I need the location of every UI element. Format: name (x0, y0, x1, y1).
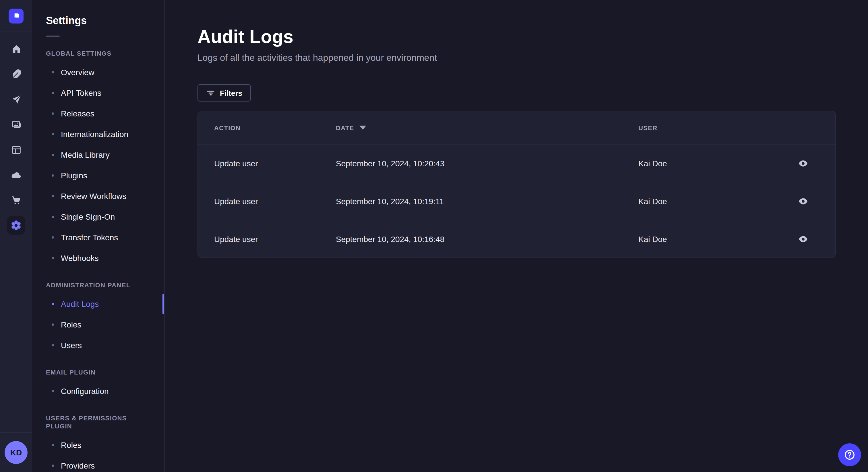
cell-action: Update user (214, 195, 336, 207)
subnav-item-releases[interactable]: Releases (32, 103, 164, 124)
bullet-icon (52, 257, 54, 259)
filters-button-label: Filters (220, 89, 242, 97)
subnav-item-media-library[interactable]: Media Library (32, 144, 164, 165)
help-button[interactable] (838, 443, 861, 466)
table-row[interactable]: Update user September 10, 2024, 10:16:48… (198, 220, 835, 258)
column-header-date-label: Date (336, 124, 354, 131)
subnav-item-configuration[interactable]: Configuration (32, 381, 164, 401)
rail-icon-list (7, 32, 25, 432)
strapi-logo-icon[interactable] (9, 8, 24, 23)
audit-logs-table: Action Date User Update user September 1… (197, 111, 836, 258)
subnav-item-label: Plugins (61, 170, 87, 181)
send-icon[interactable] (7, 90, 25, 108)
active-indicator (162, 294, 164, 314)
table-header-row: Action Date User (198, 111, 835, 144)
subnav-item-label: Roles (61, 439, 82, 451)
cell-date: September 10, 2024, 10:19:11 (336, 195, 639, 207)
filter-icon (206, 88, 215, 98)
subnav-item-label: Single Sign-On (61, 211, 115, 223)
bullet-icon (52, 216, 54, 218)
cell-user: Kai Doe (639, 233, 787, 245)
cell-date: September 10, 2024, 10:20:43 (336, 158, 639, 169)
cloud-icon[interactable] (7, 166, 25, 184)
logo-box (0, 0, 32, 32)
user-avatar[interactable]: KD (5, 441, 28, 464)
table-row[interactable]: Update user September 10, 2024, 10:19:11… (198, 182, 835, 220)
section-label: Email Plugin (32, 368, 164, 376)
subnav-item-label: Review Workflows (61, 191, 126, 202)
section-global-settings: Global Settings Overview API Tokens Rele… (32, 49, 164, 268)
table-row[interactable]: Update user September 10, 2024, 10:20:43… (198, 144, 835, 182)
subnav-item-webhooks[interactable]: Webhooks (32, 248, 164, 268)
subnav-item-label: Transfer Tokens (61, 232, 118, 243)
subnav-item-internationalization[interactable]: Internationalization (32, 124, 164, 144)
subnav-item-transfer-tokens[interactable]: Transfer Tokens (32, 227, 164, 248)
cell-date: September 10, 2024, 10:16:48 (336, 233, 639, 245)
settings-subnav: Settings Global Settings Overview API To… (32, 0, 165, 472)
section-label: Users & Permissions plugin (32, 414, 164, 430)
subnav-item-label: Webhooks (61, 252, 99, 264)
cell-user: Kai Doe (639, 195, 787, 207)
page-title: Audit Logs (197, 25, 836, 48)
subnav-item-single-sign-on[interactable]: Single Sign-On (32, 206, 164, 227)
filters-button[interactable]: Filters (197, 84, 251, 102)
view-details-button[interactable] (794, 154, 812, 172)
subnav-item-label: Users (61, 339, 82, 351)
settings-gear-icon[interactable] (7, 216, 25, 235)
app-window: KD Settings Global Settings Overview API… (0, 0, 868, 472)
bullet-icon (52, 92, 54, 94)
bullet-icon (52, 390, 54, 392)
eye-icon (798, 196, 808, 206)
bullet-icon (52, 195, 54, 197)
subnav-item-label: Providers (61, 460, 95, 471)
subnav-item-label: Roles (61, 319, 82, 330)
home-icon[interactable] (7, 40, 25, 58)
layout-icon[interactable] (7, 140, 25, 159)
images-icon[interactable] (7, 115, 25, 134)
view-details-button[interactable] (794, 192, 812, 210)
bullet-icon (52, 154, 54, 156)
subnav-item-review-workflows[interactable]: Review Workflows (32, 186, 164, 206)
bullet-icon (52, 324, 54, 326)
subnav-item-api-tokens[interactable]: API Tokens (32, 82, 164, 103)
subnav-divider (46, 36, 60, 37)
subnav-item-providers[interactable]: Providers (32, 456, 164, 472)
bullet-icon (52, 465, 54, 467)
subnav-item-label: API Tokens (61, 87, 101, 99)
subnav-item-label: Internationalization (61, 129, 128, 140)
bullet-icon (52, 133, 54, 135)
eye-icon (798, 158, 808, 168)
subnav-item-overview[interactable]: Overview (32, 62, 164, 82)
feather-icon[interactable] (7, 65, 25, 83)
subnav-item-label: Audit Logs (61, 298, 99, 310)
subnav-item-audit-logs[interactable]: Audit Logs (32, 294, 164, 314)
subnav-item-users[interactable]: Users (32, 335, 164, 356)
bullet-icon (52, 112, 54, 115)
subnav-item-label: Releases (61, 108, 94, 119)
eye-icon (798, 234, 808, 244)
cell-action: Update user (214, 158, 336, 169)
sort-desc-icon (360, 126, 366, 130)
section-label: Global Settings (32, 49, 164, 57)
cell-user: Kai Doe (639, 158, 787, 169)
bullet-icon (52, 236, 54, 239)
subnav-item-admin-roles[interactable]: Roles (32, 314, 164, 335)
subnav-item-plugins[interactable]: Plugins (32, 165, 164, 186)
bullet-icon (52, 444, 54, 446)
bullet-icon (52, 344, 54, 346)
section-email-plugin: Email Plugin Configuration (32, 368, 164, 401)
subnav-item-up-roles[interactable]: Roles (32, 435, 164, 456)
section-administration-panel: Administration Panel Audit Logs Roles Us… (32, 281, 164, 356)
bullet-icon (52, 174, 54, 177)
view-details-button[interactable] (794, 230, 812, 248)
icon-rail: KD (0, 0, 32, 472)
question-mark-icon (843, 448, 856, 461)
subnav-item-label: Configuration (61, 385, 109, 397)
rail-footer: KD (0, 432, 32, 472)
cart-icon[interactable] (7, 191, 25, 209)
subnav-header: Settings (32, 0, 164, 37)
column-header-date[interactable]: Date (336, 124, 639, 131)
subnav-item-label: Media Library (61, 149, 110, 161)
section-label: Administration Panel (32, 281, 164, 289)
column-header-user: User (639, 124, 787, 131)
